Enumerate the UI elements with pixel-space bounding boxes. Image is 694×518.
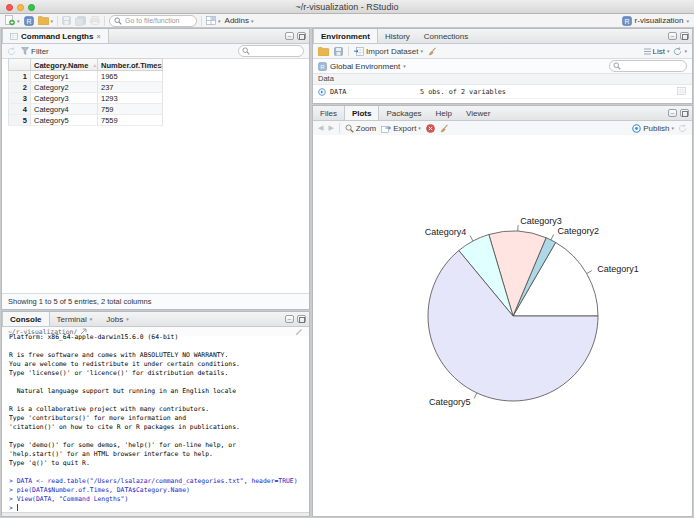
table-cell: 1965 bbox=[98, 71, 163, 82]
new-file-button[interactable]: ▾ bbox=[5, 15, 20, 27]
tab-plots[interactable]: Plots bbox=[344, 106, 380, 120]
refresh-plot-button[interactable] bbox=[678, 122, 687, 134]
publish-icon bbox=[632, 124, 641, 133]
row-number-header[interactable] bbox=[8, 58, 31, 71]
maximize-pane-button[interactable] bbox=[680, 32, 689, 40]
minimize-pane-button[interactable]: – bbox=[285, 32, 294, 40]
window-title: ~/r-visualization - RStudio bbox=[0, 0, 694, 14]
chevron-down-icon: ▾ bbox=[90, 316, 93, 322]
filter-button[interactable]: Filter bbox=[21, 45, 49, 57]
minimize-pane-button[interactable]: – bbox=[668, 32, 677, 40]
svg-text:R: R bbox=[26, 17, 31, 24]
tab-help[interactable]: Help bbox=[429, 106, 459, 120]
r-project-icon: R bbox=[622, 16, 632, 26]
list-view-button[interactable]: List ▾ bbox=[644, 45, 670, 57]
expand-object-icon[interactable] bbox=[318, 88, 326, 96]
chevron-down-icon: ▾ bbox=[126, 316, 129, 322]
save-icon bbox=[62, 16, 71, 25]
table-row[interactable]: 4Category4759 bbox=[8, 104, 163, 115]
tab-jobs[interactable]: Jobs ▾ bbox=[99, 312, 135, 326]
refresh-button[interactable] bbox=[7, 45, 16, 57]
console-output-line bbox=[9, 396, 309, 405]
maximize-pane-button[interactable] bbox=[297, 32, 306, 40]
table-search-input[interactable] bbox=[238, 45, 304, 57]
save-all-button[interactable] bbox=[75, 15, 86, 27]
table-row[interactable]: 1Category11965 bbox=[8, 71, 163, 82]
clear-objects-button[interactable] bbox=[428, 45, 437, 57]
tab-environment[interactable]: Environment bbox=[313, 29, 378, 43]
save-button[interactable] bbox=[62, 15, 71, 27]
horizontal-scrollbar[interactable] bbox=[2, 512, 309, 516]
pie-label: Category3 bbox=[520, 216, 562, 226]
pane-layout-button[interactable]: ▾ bbox=[206, 15, 221, 27]
sort-icon: ▴ bbox=[158, 59, 161, 71]
environment-tabbar: Environment History Connections – bbox=[313, 29, 692, 44]
refresh-environment-button[interactable]: ▾ bbox=[673, 45, 687, 57]
tab-connections[interactable]: Connections bbox=[417, 29, 475, 43]
column-header-category-name[interactable]: Category.Name ▴ bbox=[31, 58, 98, 71]
plots-pane: Files Plots Packages Help Viewer – ◀ ▶ Z… bbox=[312, 105, 693, 517]
maximize-pane-button[interactable] bbox=[297, 315, 306, 323]
minimize-pane-button[interactable]: – bbox=[285, 315, 294, 323]
open-file-button[interactable]: ▾ bbox=[38, 15, 54, 27]
console-output[interactable]: Platform: x86_64-apple-darwin15.6.0 (64-… bbox=[2, 333, 309, 513]
console-output-line bbox=[9, 378, 309, 387]
maximize-icon bbox=[682, 34, 688, 40]
tab-viewer[interactable]: Viewer bbox=[459, 106, 497, 120]
chevron-down-icon: ▾ bbox=[218, 18, 221, 24]
load-workspace-button[interactable] bbox=[318, 45, 329, 57]
addins-button[interactable]: Addins ▾ bbox=[225, 15, 254, 27]
publish-button[interactable]: Publish ▾ bbox=[632, 122, 674, 134]
tab-console[interactable]: Console bbox=[2, 312, 50, 326]
save-workspace-button[interactable] bbox=[334, 45, 343, 57]
column-header-label: Number.of.Times bbox=[101, 61, 162, 70]
object-summary: 5 obs. of 2 variables bbox=[420, 88, 506, 96]
table-row[interactable]: 5Category57559 bbox=[8, 115, 163, 126]
goto-file-input[interactable]: Go to file/function bbox=[109, 15, 197, 27]
tab-label: Files bbox=[320, 109, 337, 118]
tab-files[interactable]: Files bbox=[313, 106, 344, 120]
table-row[interactable]: 2Category2237 bbox=[8, 82, 163, 93]
console-output-line: Type 'demo()' for some demos, 'help()' f… bbox=[9, 441, 309, 450]
tab-terminal[interactable]: Terminal ▾ bbox=[50, 312, 100, 326]
export-plot-button[interactable]: Export ▾ bbox=[381, 122, 421, 134]
view-object-button[interactable] bbox=[677, 87, 686, 97]
back-icon[interactable]: ◀ bbox=[318, 124, 323, 132]
project-menu-button[interactable]: R r-visualization ▾ bbox=[622, 16, 689, 26]
tab-packages[interactable]: Packages bbox=[379, 106, 428, 120]
table-cell: 5 bbox=[8, 115, 31, 126]
environment-scope-row: R Global Environment ▾ bbox=[313, 59, 692, 74]
zoom-plot-button[interactable]: Zoom bbox=[345, 122, 376, 134]
column-header-number-of-times[interactable]: Number.of.Times ▴ bbox=[98, 58, 163, 71]
tab-label: Environment bbox=[321, 32, 370, 41]
window-minimize-button[interactable] bbox=[17, 4, 24, 11]
table-row[interactable]: 3Category31293 bbox=[8, 93, 163, 104]
maximize-pane-button[interactable] bbox=[680, 109, 689, 117]
console-pane: Console Terminal ▾ Jobs ▾ – ~/r-visualiz… bbox=[1, 311, 310, 517]
data-viewer-pane: Command Lengths × – Filter Category.Name… bbox=[1, 28, 310, 310]
remove-plot-button[interactable] bbox=[426, 122, 435, 134]
maximize-icon bbox=[299, 34, 305, 40]
save-all-icon bbox=[75, 16, 86, 26]
clear-plots-button[interactable] bbox=[440, 122, 449, 134]
console-output-line: Platform: x86_64-apple-darwin15.6.0 (64-… bbox=[9, 333, 309, 342]
close-icon[interactable]: × bbox=[96, 33, 100, 40]
tab-command-lengths[interactable]: Command Lengths × bbox=[2, 29, 109, 43]
window-zoom-button[interactable] bbox=[28, 4, 35, 11]
new-project-button[interactable]: R bbox=[24, 15, 34, 27]
open-folder-icon bbox=[318, 47, 329, 56]
window-close-button[interactable] bbox=[6, 4, 13, 11]
chevron-down-icon: ▾ bbox=[17, 18, 20, 24]
environment-scope-button[interactable]: Global Environment bbox=[330, 62, 400, 71]
import-dataset-button[interactable]: Import Dataset ▾ bbox=[354, 45, 423, 57]
print-button[interactable] bbox=[90, 15, 100, 27]
tab-label: Plots bbox=[352, 109, 372, 118]
import-dataset-label: Import Dataset bbox=[366, 47, 418, 56]
minimize-pane-button[interactable]: – bbox=[668, 109, 677, 117]
forward-icon[interactable]: ▶ bbox=[328, 124, 333, 132]
environment-search-input[interactable] bbox=[609, 60, 687, 72]
toolbar-separator bbox=[104, 16, 105, 26]
print-icon bbox=[90, 16, 100, 25]
tab-history[interactable]: History bbox=[378, 29, 417, 43]
environment-object-row[interactable]: DATA 5 obs. of 2 variables bbox=[313, 85, 692, 99]
